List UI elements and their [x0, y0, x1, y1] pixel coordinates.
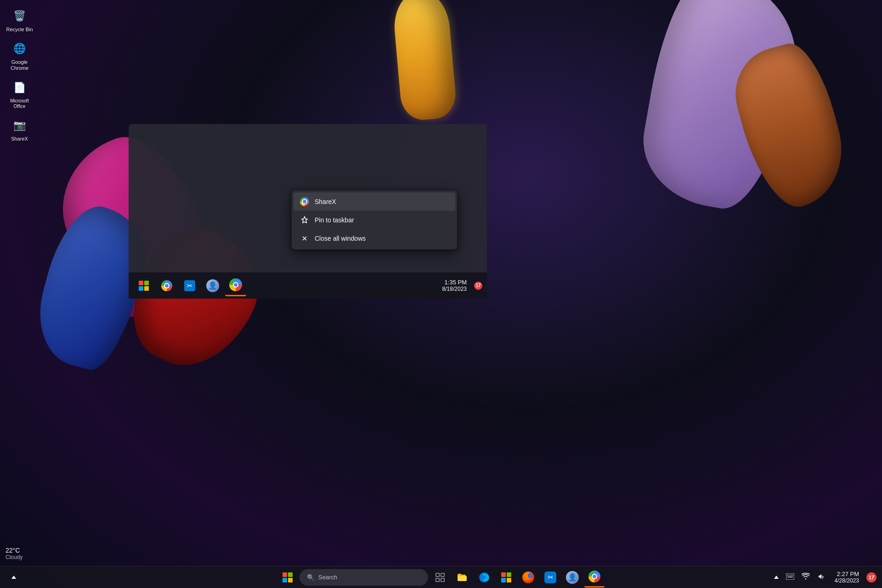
- ms-store-icon: [500, 571, 513, 584]
- pin-icon: [300, 215, 309, 225]
- mini-tb-store[interactable]: [133, 275, 154, 296]
- context-menu: ShareX Pin to taskbar Close all windo: [292, 191, 457, 249]
- mini-clock-time: 1:35 PM: [445, 279, 467, 286]
- svg-rect-8: [788, 575, 789, 576]
- recycle-bin-label: Recycle Bin: [6, 27, 33, 33]
- office-icon: 📄: [11, 79, 29, 97]
- office-label: MicrosoftOffice: [10, 98, 29, 109]
- start-button[interactable]: [277, 567, 298, 588]
- win-logo-tl: [283, 572, 287, 577]
- desktop-icon-office[interactable]: 📄 MicrosoftOffice: [2, 76, 37, 112]
- mini-tb-chrome-profile[interactable]: 👤: [202, 275, 223, 296]
- clock-time: 2:27 PM: [837, 571, 859, 577]
- ms-store-button[interactable]: [496, 567, 516, 588]
- firefox-icon: [522, 571, 535, 584]
- svg-rect-2: [436, 573, 439, 576]
- chrome-profile-icon: 👤: [566, 571, 579, 584]
- chrome-desktop-label: Google Chrome: [5, 59, 34, 71]
- wifi-button[interactable]: [800, 571, 812, 583]
- taskbar-overflow[interactable]: [4, 567, 24, 588]
- desktop-icons-container: 🗑️ Recycle Bin 🌐 Google Chrome 📄 Microso…: [0, 0, 37, 149]
- search-placeholder-text: Search: [318, 574, 337, 581]
- sharex-desktop-icon: 📷: [11, 116, 29, 135]
- file-explorer-icon: [456, 571, 469, 584]
- svg-rect-11: [792, 575, 793, 576]
- svg-rect-5: [441, 578, 444, 581]
- context-menu-item-sharex[interactable]: ShareX: [294, 192, 455, 211]
- mini-clock-date: 8/18/2023: [442, 286, 467, 292]
- mini-tb-sharex[interactable]: [225, 275, 246, 296]
- svg-rect-3: [441, 573, 444, 576]
- weather-widget: 22°C Cloudy: [0, 545, 28, 562]
- chrome-profile-mini-icon: 👤: [206, 279, 220, 293]
- svg-rect-12: [787, 577, 793, 577]
- mini-taskbar: ✂ 👤 1:35 PM 8/18/2023 17: [129, 272, 487, 299]
- mini-notification-badge[interactable]: 17: [474, 282, 482, 290]
- taskbar-right: 2:27 PM 4/28/2023 17: [772, 569, 882, 586]
- svg-rect-4: [436, 578, 439, 581]
- context-menu-item-close[interactable]: Close all windows: [294, 229, 455, 248]
- clock-date: 4/28/2023: [835, 577, 859, 584]
- windows-logo-icon: [283, 572, 293, 582]
- context-close-label: Close all windows: [315, 235, 366, 242]
- wallpaper-shape-gold: [391, 0, 458, 122]
- edge-button[interactable]: [474, 567, 494, 588]
- edge-icon: [478, 571, 491, 584]
- firefox-button[interactable]: [518, 567, 538, 588]
- taskbar-left: [0, 567, 24, 588]
- svg-rect-10: [791, 575, 792, 576]
- win-logo-bl: [283, 578, 287, 582]
- chrome-desktop-icon: 🌐: [11, 40, 29, 58]
- mini-tb-chrome[interactable]: [156, 275, 177, 296]
- chevron-up-icon: [11, 576, 16, 579]
- notification-count-badge: 17: [866, 572, 876, 582]
- snip-sketch-icon: ✂: [544, 571, 557, 584]
- taskview-button[interactable]: [430, 567, 450, 588]
- volume-icon: [817, 573, 825, 580]
- taskview-icon: [434, 571, 447, 584]
- system-tray-expand[interactable]: [772, 574, 780, 581]
- context-menu-item-pin[interactable]: Pin to taskbar: [294, 211, 455, 229]
- wifi-icon: [802, 573, 810, 580]
- chrome-profile-button[interactable]: 👤: [562, 567, 582, 588]
- context-sharex-label: ShareX: [315, 198, 336, 205]
- win-logo-tr: [288, 572, 293, 577]
- weather-condition: Cloudy: [6, 554, 23, 560]
- notification-area[interactable]: 17: [866, 572, 876, 582]
- context-pin-label: Pin to taskbar: [315, 216, 354, 224]
- snip-mini-icon: ✂: [183, 279, 197, 293]
- sharex-context-icon: [300, 197, 309, 206]
- mini-tb-snip[interactable]: ✂: [179, 275, 200, 296]
- mini-clock[interactable]: 1:35 PM 8/18/2023: [439, 279, 470, 292]
- sharex-mini-icon: [229, 278, 243, 292]
- system-clock[interactable]: 2:27 PM 4/28/2023: [831, 569, 863, 586]
- sharex-icon-circle: [300, 197, 309, 206]
- chrome-mini-icon: [160, 279, 174, 293]
- weather-temperature: 22°C: [6, 547, 23, 554]
- svg-rect-9: [790, 575, 791, 576]
- keyboard-icon: [786, 573, 794, 580]
- sharex-desktop-label: ShareX: [11, 136, 28, 142]
- desktop-icon-sharex[interactable]: 📷 ShareX: [2, 114, 37, 144]
- file-explorer-button[interactable]: [452, 567, 472, 588]
- recycle-bin-icon: 🗑️: [11, 7, 29, 25]
- volume-button[interactable]: [815, 571, 827, 583]
- store-mini-icon: [137, 279, 151, 293]
- taskbar-center: 🔍 Search: [277, 567, 605, 588]
- search-icon: 🔍: [307, 574, 315, 581]
- desktop-icon-recyclebin[interactable]: 🗑️ Recycle Bin: [2, 5, 37, 35]
- taskbar: 🔍 Search: [0, 566, 882, 588]
- keyboard-layout-button[interactable]: [784, 571, 796, 583]
- snip-sketch-button[interactable]: ✂: [540, 567, 560, 588]
- svg-rect-7: [787, 575, 788, 576]
- desktop: 🗑️ Recycle Bin 🌐 Google Chrome 📄 Microso…: [0, 0, 882, 588]
- context-menu-overlay: ▼ ShareX Pin to taskbar: [129, 124, 487, 299]
- tray-chevron-icon: [774, 576, 779, 579]
- close-icon: [300, 234, 309, 243]
- taskbar-search[interactable]: 🔍 Search: [300, 569, 428, 586]
- win-logo-br: [288, 578, 293, 582]
- desktop-icon-chrome[interactable]: 🌐 Google Chrome: [2, 37, 37, 74]
- sharex-taskbar-button[interactable]: [584, 567, 605, 588]
- sharex-taskbar-icon: [588, 570, 601, 583]
